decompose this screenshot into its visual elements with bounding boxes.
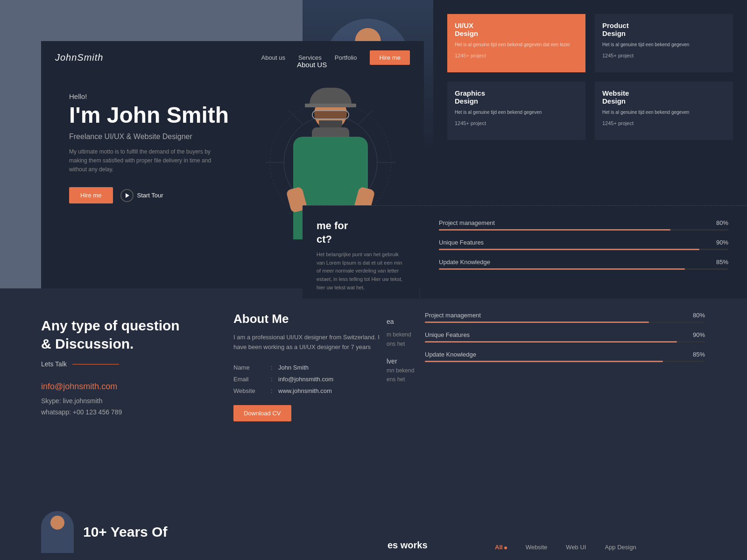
about-title: About Me <box>233 312 383 326</box>
skill-bar-fill-pm <box>439 229 670 231</box>
about-label-email: Email <box>233 373 271 385</box>
nav-links: About us Services Portfolio Hire me <box>261 50 410 65</box>
skill-pct-uf: 90% <box>716 239 728 246</box>
skill-bar-bg-pm <box>439 229 728 231</box>
portfolio-filter-webui[interactable]: Web UI <box>566 544 586 551</box>
portfolio-filter-appdesign[interactable]: App Design <box>605 544 636 551</box>
portfolio-works-heading: es works <box>388 540 490 551</box>
service-card-graphics[interactable]: GraphicsDesign Het is al genuine tijd ee… <box>447 82 585 140</box>
service-title-uiux: UI/UXDesign <box>455 21 578 37</box>
service-desc-product: Het is al genuine tijd een bekend gegeve… <box>602 41 726 48</box>
about-row-name: Name : John Smith <box>233 362 383 373</box>
service-card-uiux[interactable]: UI/UXDesign Het is al genuine tijd een b… <box>447 14 585 72</box>
skill-name-uf: Unique Features <box>439 239 484 246</box>
about-section: About Me I am a professional UI/UX desig… <box>233 312 383 421</box>
bottom-skill-uk: Update Knowledge 85% <box>425 351 705 362</box>
bottom-skill-bar-fill-uf <box>425 341 677 343</box>
service-count-website: 1245+ project <box>602 120 726 126</box>
bottom-skill-bar-fill-uk <box>425 361 663 362</box>
lets-talk-line <box>72 364 119 364</box>
about-table: Name : John Smith Email : info@johnsmith… <box>233 362 383 397</box>
about-value-name: John Smith <box>278 362 383 373</box>
skill-bar-bg-uk <box>439 268 728 270</box>
lets-talk-label: Lets Talk <box>41 360 67 368</box>
bottom-skill-pct-pm: 80% <box>693 312 705 319</box>
skills-panel: Project management 80% Unique Features 9… <box>420 205 747 299</box>
service-title-graphics: GraphicsDesign <box>455 89 578 105</box>
bottom-skill-bar-bg-pm <box>425 322 705 323</box>
bottom-skill-pm: Project management 80% <box>425 312 705 323</box>
hero-description: My ultimate motto is to fulfill the dema… <box>69 147 218 175</box>
about-us-tab-indicator: About US <box>297 61 327 69</box>
bottom-skill-name-uf: Unique Features <box>425 331 470 338</box>
hero-content: Hello! I'm John Smith Freelance UI/UX & … <box>41 74 424 203</box>
service-count-graphics: 1245+ project <box>455 120 578 126</box>
bottom-skill-bar-bg-uk <box>425 361 705 362</box>
nav-link-portfolio[interactable]: Portfolio <box>335 54 357 61</box>
tour-btn-label: Start Tour <box>137 192 163 199</box>
skill-pct-pm: 80% <box>716 219 728 226</box>
skill-project-management: Project management 80% <box>439 219 728 231</box>
lets-talk: Lets Talk <box>41 360 218 368</box>
portfolio-filter-all[interactable]: All <box>495 544 507 551</box>
hero-hire-btn[interactable]: Hire me <box>69 187 113 203</box>
service-card-website[interactable]: WebsiteDesign Het is al genuine tijd een… <box>595 82 733 140</box>
about-value-email: info@johnsmith.com <box>278 373 383 385</box>
contact-heading: Any type of question& Discussion. <box>41 316 218 353</box>
nav-hire-btn[interactable]: Hire me <box>370 50 410 65</box>
service-title-website: WebsiteDesign <box>602 89 726 105</box>
skill-bar-bg-uf <box>439 249 728 250</box>
overlap-middle-section: me forct? Het belangrijke punt van het g… <box>303 205 419 299</box>
bottom-skill-pct-uf: 90% <box>693 331 705 338</box>
hero-subtitle: Freelance UI/UX & Website Designer <box>69 133 405 141</box>
portfolio-filter-website[interactable]: Website <box>526 544 548 551</box>
contact-skype: Skype: live.johnsmith <box>41 397 218 405</box>
service-desc-uiux: Het is al genuine tijd een bekend gegeve… <box>455 41 578 48</box>
section-divider <box>303 205 747 206</box>
play-triangle <box>126 193 129 198</box>
service-desc-graphics: Het is al genuine tijd een bekend gegeve… <box>455 109 578 116</box>
hero-buttons: Hire me Start Tour <box>69 187 405 203</box>
about-colon-email: : <box>271 373 278 385</box>
about-label-website: Website <box>233 385 271 397</box>
service-title-product: ProductDesign <box>602 21 726 37</box>
bottom-skills: Project management 80% Unique Features 9… <box>425 312 705 371</box>
about-colon-name: : <box>271 362 278 373</box>
contact-section: Any type of question& Discussion. Lets T… <box>41 316 218 420</box>
contact-email[interactable]: info@johnsmith.com <box>41 382 218 392</box>
bottom-skill-bar-bg-uf <box>425 341 705 343</box>
overlap-desc: Het belangrijke punt van het gebruik van… <box>317 251 405 292</box>
skill-unique-features: Unique Features 90% <box>439 239 728 250</box>
download-cv-btn[interactable]: Download CV <box>233 405 291 421</box>
about-us-label[interactable]: About US <box>297 61 327 69</box>
bottom-skill-bar-fill-pm <box>425 322 649 323</box>
bottom-skill-name-uk: Update Knowledge <box>425 351 476 358</box>
about-colon-website: : <box>271 385 278 397</box>
active-dot <box>504 546 507 549</box>
about-value-website: www.johnsmith.com <box>278 385 383 397</box>
bottom-skill-pct-uk: 85% <box>693 351 705 358</box>
service-desc-website: Het is al genuine tijd een bekend gegeve… <box>602 109 726 116</box>
skill-update-knowledge: Update Knowledge 85% <box>439 259 728 270</box>
hero-tour-btn[interactable]: Start Tour <box>120 189 163 202</box>
play-icon <box>120 189 134 202</box>
nav-link-about[interactable]: About us <box>261 54 285 61</box>
services-grid: UI/UXDesign Het is al genuine tijd een b… <box>433 0 747 154</box>
bottom-skill-name-pm: Project management <box>425 312 481 319</box>
about-label-name: Name <box>233 362 271 373</box>
overlap-heading: me forct? <box>317 219 405 246</box>
about-row-email: Email : info@johnsmith.com <box>233 373 383 385</box>
contact-whatsapp: whatsapp: +00 123 456 789 <box>41 408 218 416</box>
years-section: 10+ Years Of <box>41 504 228 560</box>
skill-bar-fill-uk <box>439 268 685 270</box>
hero-name: I'm John Smith <box>69 103 405 128</box>
service-count-product: 1245+ project <box>602 53 726 58</box>
years-person-small <box>41 511 74 553</box>
nav-link-services[interactable]: Services <box>298 54 322 61</box>
site-logo[interactable]: JohnSmith <box>55 52 104 63</box>
portfolio-works-section: es works <box>388 540 490 551</box>
skill-pct-uk: 85% <box>716 259 728 266</box>
service-card-product[interactable]: ProductDesign Het is al genuine tijd een… <box>595 14 733 72</box>
portfolio-filter-tabs: All Website Web UI App Design <box>495 544 747 551</box>
hero-greeting: Hello! <box>69 92 405 100</box>
